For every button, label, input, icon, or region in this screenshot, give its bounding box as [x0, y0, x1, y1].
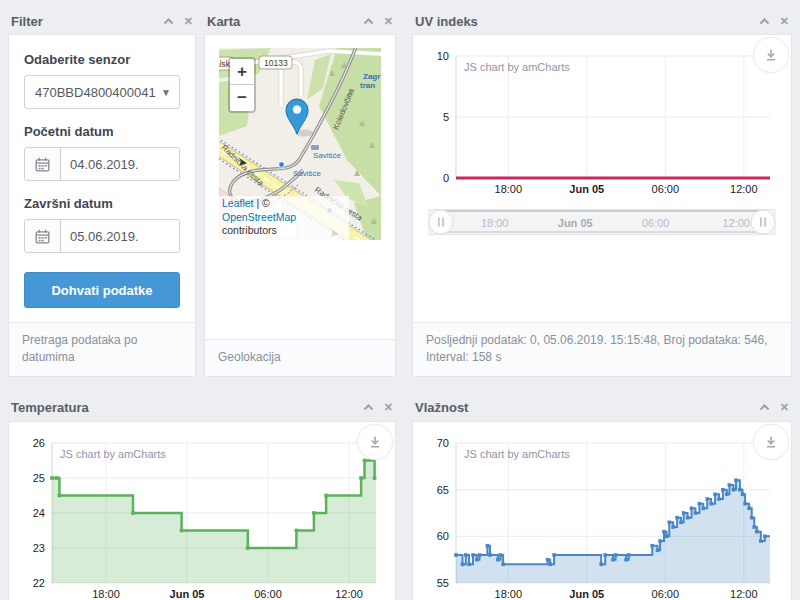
- svg-text:06:00: 06:00: [652, 588, 680, 600]
- svg-text:Jun 05: Jun 05: [569, 588, 604, 600]
- end-date-label: Završni datum: [24, 196, 180, 211]
- svg-text:Jun 05: Jun 05: [558, 217, 593, 229]
- svg-text:65: 65: [437, 483, 449, 495]
- collapse-icon[interactable]: [363, 18, 374, 25]
- svg-text:06:00: 06:00: [642, 217, 670, 229]
- sensor-select[interactable]: 470BBD4800400041 UV ▼: [24, 75, 180, 109]
- map-footer-text: Geolokacija: [218, 349, 382, 366]
- humidity-panel-header: Vlažnost ✕: [412, 395, 792, 421]
- svg-text:Jun 05: Jun 05: [569, 183, 604, 195]
- calendar-icon[interactable]: [25, 220, 61, 252]
- panel-title: UV indeks: [415, 14, 478, 29]
- leaflet-map[interactable]: Savišće Savišće Radnička cesta Radnička …: [219, 48, 381, 240]
- filter-footer-text: Pretraga podataka po datumima: [22, 332, 182, 367]
- collapse-icon[interactable]: [163, 18, 174, 25]
- uv-chart-scrollbar[interactable]: 18:00Jun 0506:0012:00: [428, 208, 776, 240]
- svg-text:06:00: 06:00: [254, 588, 282, 600]
- humidity-chart[interactable]: 5560657018:00Jun 0506:0012:00JS chart by…: [428, 435, 776, 600]
- svg-text:23: 23: [33, 542, 45, 554]
- svg-text:10133: 10133: [264, 58, 288, 68]
- svg-text:5: 5: [443, 111, 449, 123]
- svg-text:12:00: 12:00: [722, 217, 750, 229]
- svg-text:06:00: 06:00: [652, 183, 680, 195]
- uv-panel-footer: Posljednji podatak: 0, 05.06.2019. 15:15…: [413, 322, 791, 376]
- svg-text:26: 26: [33, 437, 45, 449]
- map-zoom-control: + −: [228, 57, 256, 113]
- map-attribution: Leaflet | © OpenStreetMap contributors: [219, 196, 349, 240]
- svg-text:JS chart by amCharts: JS chart by amCharts: [60, 448, 166, 460]
- svg-text:55: 55: [437, 577, 449, 589]
- uv-chart[interactable]: 051018:00Jun 0506:0012:00JS chart by amC…: [428, 48, 776, 202]
- download-icon: [763, 434, 779, 450]
- collapse-icon[interactable]: [759, 18, 770, 25]
- close-icon[interactable]: ✕: [384, 15, 393, 28]
- map-label-savisce-2: Savišće: [293, 169, 322, 178]
- temperature-panel: Temperatura ✕ 222324252618:00Jun 0506:00…: [8, 395, 396, 600]
- attribution-separator: | ©: [254, 197, 270, 209]
- bottom-row: Temperatura ✕ 222324252618:00Jun 0506:00…: [8, 395, 792, 600]
- collapse-icon[interactable]: [759, 404, 770, 411]
- download-chart-button[interactable]: [357, 424, 393, 460]
- end-date-input[interactable]: [61, 220, 179, 252]
- svg-text:10: 10: [437, 50, 449, 62]
- sensor-select-value: 470BBD4800400041 UV: [35, 85, 157, 100]
- chevron-down-icon: ▼: [161, 87, 171, 98]
- map-panel-header: Karta ✕: [204, 8, 396, 34]
- panel-title: Vlažnost: [415, 400, 468, 415]
- svg-text:Jun 05: Jun 05: [170, 588, 205, 600]
- filter-panel: Filter ✕ Odaberite senzor 470BBD48004000…: [8, 8, 196, 377]
- svg-text:18:00: 18:00: [495, 588, 523, 600]
- close-icon[interactable]: ✕: [184, 15, 193, 28]
- download-icon: [367, 434, 383, 450]
- fetch-data-button[interactable]: Dohvati podatke: [24, 272, 180, 308]
- svg-text:18:00: 18:00: [92, 588, 120, 600]
- filter-panel-header: Filter ✕: [8, 8, 196, 34]
- close-icon[interactable]: ✕: [384, 401, 393, 414]
- download-icon: [763, 47, 779, 63]
- svg-text:JS chart by amCharts: JS chart by amCharts: [464, 448, 570, 460]
- svg-text:0: 0: [443, 172, 449, 184]
- download-chart-button[interactable]: [753, 37, 789, 73]
- svg-text:24: 24: [33, 507, 45, 519]
- close-icon[interactable]: ✕: [780, 15, 789, 28]
- svg-text:12:00: 12:00: [730, 183, 758, 195]
- start-date-input[interactable]: [61, 148, 179, 180]
- calendar-icon[interactable]: [25, 148, 61, 180]
- uv-footer-text: Posljednji podatak: 0, 05.06.2019. 15:15…: [426, 332, 778, 367]
- leaflet-link[interactable]: Leaflet: [222, 197, 254, 209]
- uv-panel-header: UV indeks ✕: [412, 8, 792, 34]
- map-panel-footer: Geolokacija: [205, 339, 395, 375]
- zoom-out-button[interactable]: −: [230, 85, 254, 111]
- zoom-in-button[interactable]: +: [230, 59, 254, 85]
- download-chart-button[interactable]: [753, 424, 789, 460]
- map-label-poi-2: tran: [360, 81, 375, 90]
- attribution-suffix: contributors: [222, 224, 277, 236]
- temperature-chart[interactable]: 222324252618:00Jun 0506:0012:00JS chart …: [24, 435, 380, 600]
- svg-text:70: 70: [437, 437, 449, 449]
- close-icon[interactable]: ✕: [780, 401, 789, 414]
- panel-title: Karta: [207, 14, 240, 29]
- sensor-label: Odaberite senzor: [24, 52, 180, 67]
- uv-panel: UV indeks ✕ 051018:00Jun 0506:0012:00JS …: [412, 8, 792, 377]
- svg-text:25: 25: [33, 472, 45, 484]
- start-date-label: Početni datum: [24, 124, 180, 139]
- top-row: Filter ✕ Odaberite senzor 470BBD48004000…: [8, 8, 792, 377]
- map-panel: Karta ✕: [204, 8, 396, 377]
- svg-text:18:00: 18:00: [481, 217, 509, 229]
- svg-text:22: 22: [33, 577, 45, 589]
- openstreetmap-link[interactable]: OpenStreetMap: [222, 211, 296, 223]
- svg-text:18:00: 18:00: [495, 183, 523, 195]
- panel-title: Filter: [11, 14, 43, 29]
- temperature-panel-header: Temperatura ✕: [8, 395, 396, 421]
- filter-panel-footer: Pretraga podataka po datumima: [9, 322, 195, 376]
- svg-text:60: 60: [437, 530, 449, 542]
- map-label-savisce-1: Savišće: [313, 151, 342, 160]
- svg-text:JS chart by amCharts: JS chart by amCharts: [464, 61, 570, 73]
- collapse-icon[interactable]: [363, 404, 374, 411]
- humidity-panel: Vlažnost ✕ 5560657018:00Jun 0506:0012:00…: [412, 395, 792, 600]
- map-label-poi-1: Zagr: [363, 72, 380, 81]
- svg-text:12:00: 12:00: [335, 588, 363, 600]
- svg-text:12:00: 12:00: [730, 588, 758, 600]
- panel-title: Temperatura: [11, 400, 89, 415]
